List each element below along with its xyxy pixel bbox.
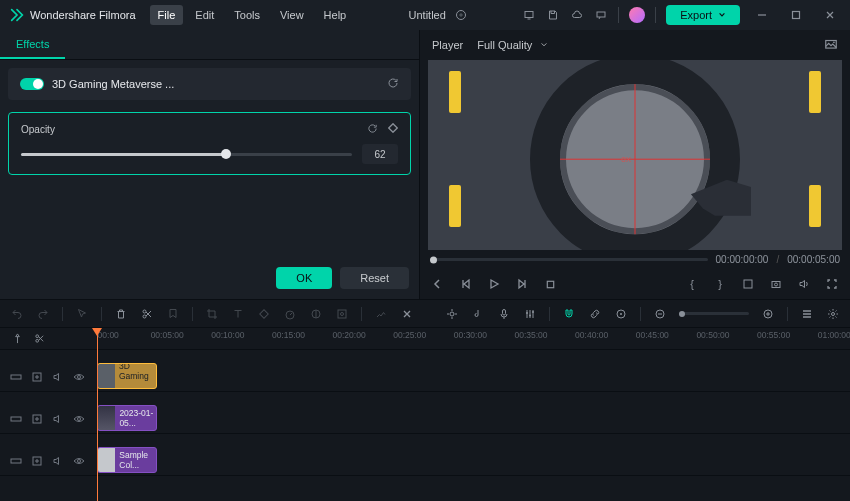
green-screen-tool[interactable]: [335, 307, 349, 321]
split-tool[interactable]: [140, 307, 154, 321]
app-logo: [8, 6, 26, 24]
step-forward-button[interactable]: [514, 276, 530, 292]
track-header-cut-icon[interactable]: [32, 332, 46, 346]
track-add-icon[interactable]: [31, 455, 43, 467]
magnetic-tool[interactable]: [562, 307, 576, 321]
clip-label: 3D Gaming ...: [119, 363, 156, 389]
color-tool[interactable]: [309, 307, 323, 321]
clip-fx[interactable]: 3D Gaming ...: [97, 363, 157, 389]
svg-point-20: [526, 312, 528, 314]
cloud-icon[interactable]: [570, 8, 584, 22]
user-avatar[interactable]: [629, 7, 645, 23]
track-lane[interactable]: Sample Col...: [92, 446, 850, 475]
ruler-label: 00:10:00: [211, 330, 244, 340]
audio-tool[interactable]: [471, 307, 485, 321]
reset-button[interactable]: Reset: [340, 267, 409, 289]
save-icon[interactable]: [546, 8, 560, 22]
ruler-label: 00:40:00: [575, 330, 608, 340]
menu-help[interactable]: Help: [316, 5, 355, 25]
track-expand-icon[interactable]: [10, 413, 22, 425]
mic-tool[interactable]: [497, 307, 511, 321]
track-mute-icon[interactable]: [52, 371, 64, 383]
current-time: 00:00:00:00: [716, 254, 769, 265]
track-mute-icon[interactable]: [52, 455, 64, 467]
snapshot-icon[interactable]: [824, 37, 838, 53]
track-add-icon[interactable]: [31, 371, 43, 383]
track-visibility-icon[interactable]: [73, 413, 85, 425]
crop-tool[interactable]: [205, 307, 219, 321]
ruler-label: 01:00:00: [818, 330, 850, 340]
param-reset-icon[interactable]: [367, 123, 378, 136]
tab-effects[interactable]: Effects: [0, 30, 65, 59]
sync-tool[interactable]: [614, 307, 628, 321]
device-icon[interactable]: [522, 8, 536, 22]
ruler-label: 00:45:00: [636, 330, 669, 340]
mark-out-button[interactable]: }: [712, 276, 728, 292]
step-back-button[interactable]: [458, 276, 474, 292]
menu-view[interactable]: View: [272, 5, 312, 25]
ok-button[interactable]: OK: [276, 267, 332, 289]
delete-tool[interactable]: [114, 307, 128, 321]
clip-color[interactable]: Sample Col...: [97, 447, 157, 473]
scrub-track[interactable]: [430, 258, 708, 261]
effects-panel: Effects 3D Gaming Metaverse ... Opacity …: [0, 30, 420, 299]
slider-thumb[interactable]: [221, 149, 231, 159]
crop-icon[interactable]: [740, 276, 756, 292]
volume-icon[interactable]: [796, 276, 812, 292]
refresh-icon[interactable]: [387, 77, 399, 91]
svg-point-10: [775, 283, 778, 286]
track-mute-icon[interactable]: [52, 413, 64, 425]
mark-in-button[interactable]: {: [684, 276, 700, 292]
menu-tools[interactable]: Tools: [226, 5, 268, 25]
window-minimize-button[interactable]: [750, 3, 774, 27]
window-close-button[interactable]: [818, 3, 842, 27]
track-expand-icon[interactable]: [10, 371, 22, 383]
export-button[interactable]: Export: [666, 5, 740, 25]
redo-button[interactable]: [36, 307, 50, 321]
marker-tool[interactable]: [166, 307, 180, 321]
track-visibility-icon[interactable]: [73, 371, 85, 383]
view-mode-button[interactable]: [800, 307, 814, 321]
opacity-slider[interactable]: [21, 153, 352, 156]
opacity-value[interactable]: 62: [362, 144, 398, 164]
menu-file[interactable]: File: [150, 5, 184, 25]
ruler-label: 00:50:00: [696, 330, 729, 340]
zoom-in-button[interactable]: [761, 307, 775, 321]
track-add-icon[interactable]: [31, 413, 43, 425]
track-lane[interactable]: 3D Gaming ...: [92, 362, 850, 391]
keyframe-icon[interactable]: [388, 123, 398, 136]
undo-button[interactable]: [10, 307, 24, 321]
track-lane[interactable]: 2023-01-05...: [92, 404, 850, 433]
expand-tool[interactable]: [400, 307, 414, 321]
camera-icon[interactable]: [768, 276, 784, 292]
speed-tool[interactable]: [283, 307, 297, 321]
message-icon[interactable]: [594, 8, 608, 22]
window-maximize-button[interactable]: [784, 3, 808, 27]
keyframe-tool[interactable]: [257, 307, 271, 321]
link-tool[interactable]: [588, 307, 602, 321]
menu-edit[interactable]: Edit: [187, 5, 222, 25]
mixer-tool[interactable]: [523, 307, 537, 321]
track-visibility-icon[interactable]: [73, 455, 85, 467]
track-expand-icon[interactable]: [10, 455, 22, 467]
text-tool[interactable]: [231, 307, 245, 321]
svg-point-21: [529, 314, 531, 316]
play-button[interactable]: [486, 276, 502, 292]
zoom-out-button[interactable]: [653, 307, 667, 321]
cloud-sync-icon[interactable]: [454, 8, 468, 22]
track-header-pin-icon[interactable]: [10, 332, 24, 346]
settings-icon[interactable]: [826, 307, 840, 321]
render-tool[interactable]: [374, 307, 388, 321]
mix-tool[interactable]: [445, 307, 459, 321]
pointer-tool[interactable]: [75, 307, 89, 321]
quality-dropdown[interactable]: Full Quality: [477, 39, 548, 51]
effect-toggle[interactable]: [20, 78, 44, 90]
stop-button[interactable]: [542, 276, 558, 292]
fullscreen-icon[interactable]: [824, 276, 840, 292]
zoom-slider[interactable]: [679, 312, 749, 315]
video-preview[interactable]: 0X: [428, 60, 842, 250]
clip-video[interactable]: 2023-01-05...: [97, 405, 157, 431]
time-ruler[interactable]: 00:00 00:05:00 00:10:00 00:15:00 00:20:0…: [92, 328, 850, 349]
svg-point-6: [833, 41, 835, 43]
prev-frame-button[interactable]: [430, 276, 446, 292]
